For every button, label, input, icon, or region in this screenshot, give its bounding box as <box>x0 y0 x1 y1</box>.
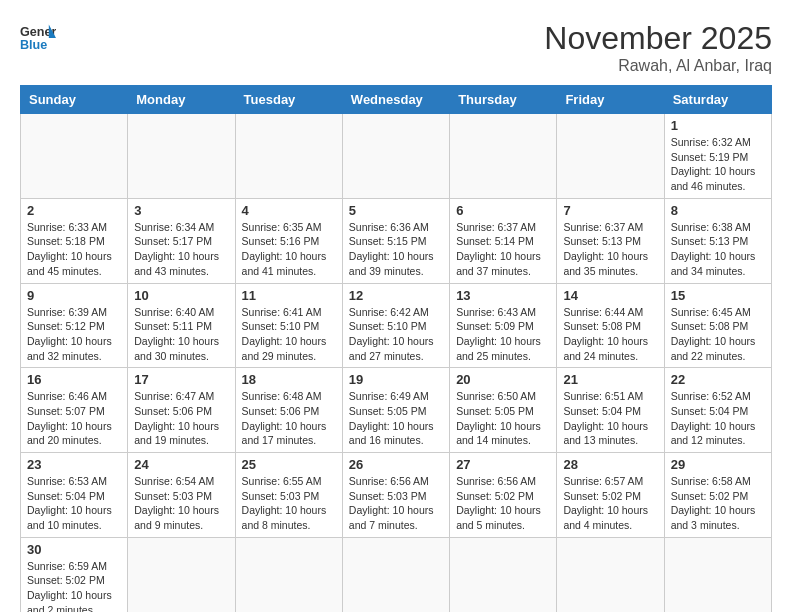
calendar-cell-5-5 <box>557 537 664 612</box>
calendar-cell-2-1: 10Sunrise: 6:40 AM Sunset: 5:11 PM Dayli… <box>128 283 235 368</box>
day-number: 26 <box>349 457 443 472</box>
day-info: Sunrise: 6:49 AM Sunset: 5:05 PM Dayligh… <box>349 389 443 448</box>
svg-text:Blue: Blue <box>20 38 47 52</box>
day-info: Sunrise: 6:53 AM Sunset: 5:04 PM Dayligh… <box>27 474 121 533</box>
calendar-cell-0-0 <box>21 114 128 199</box>
day-info: Sunrise: 6:34 AM Sunset: 5:17 PM Dayligh… <box>134 220 228 279</box>
weekday-header-friday: Friday <box>557 86 664 114</box>
day-number: 6 <box>456 203 550 218</box>
weekday-header-sunday: Sunday <box>21 86 128 114</box>
day-info: Sunrise: 6:41 AM Sunset: 5:10 PM Dayligh… <box>242 305 336 364</box>
weekday-header-wednesday: Wednesday <box>342 86 449 114</box>
calendar-cell-0-1 <box>128 114 235 199</box>
location-title: Rawah, Al Anbar, Iraq <box>544 57 772 75</box>
day-number: 9 <box>27 288 121 303</box>
calendar-cell-2-5: 14Sunrise: 6:44 AM Sunset: 5:08 PM Dayli… <box>557 283 664 368</box>
calendar-cell-2-6: 15Sunrise: 6:45 AM Sunset: 5:08 PM Dayli… <box>664 283 771 368</box>
calendar-cell-0-6: 1Sunrise: 6:32 AM Sunset: 5:19 PM Daylig… <box>664 114 771 199</box>
calendar-cell-5-4 <box>450 537 557 612</box>
day-info: Sunrise: 6:47 AM Sunset: 5:06 PM Dayligh… <box>134 389 228 448</box>
calendar-cell-0-5 <box>557 114 664 199</box>
day-info: Sunrise: 6:43 AM Sunset: 5:09 PM Dayligh… <box>456 305 550 364</box>
day-info: Sunrise: 6:48 AM Sunset: 5:06 PM Dayligh… <box>242 389 336 448</box>
calendar-cell-4-5: 28Sunrise: 6:57 AM Sunset: 5:02 PM Dayli… <box>557 453 664 538</box>
calendar-cell-0-2 <box>235 114 342 199</box>
calendar-cell-4-2: 25Sunrise: 6:55 AM Sunset: 5:03 PM Dayli… <box>235 453 342 538</box>
day-info: Sunrise: 6:59 AM Sunset: 5:02 PM Dayligh… <box>27 559 121 612</box>
day-number: 27 <box>456 457 550 472</box>
calendar-cell-1-3: 5Sunrise: 6:36 AM Sunset: 5:15 PM Daylig… <box>342 198 449 283</box>
week-row-3: 16Sunrise: 6:46 AM Sunset: 5:07 PM Dayli… <box>21 368 772 453</box>
weekday-header-tuesday: Tuesday <box>235 86 342 114</box>
day-number: 18 <box>242 372 336 387</box>
day-info: Sunrise: 6:51 AM Sunset: 5:04 PM Dayligh… <box>563 389 657 448</box>
calendar-cell-1-1: 3Sunrise: 6:34 AM Sunset: 5:17 PM Daylig… <box>128 198 235 283</box>
day-info: Sunrise: 6:55 AM Sunset: 5:03 PM Dayligh… <box>242 474 336 533</box>
day-number: 17 <box>134 372 228 387</box>
day-info: Sunrise: 6:32 AM Sunset: 5:19 PM Dayligh… <box>671 135 765 194</box>
day-info: Sunrise: 6:40 AM Sunset: 5:11 PM Dayligh… <box>134 305 228 364</box>
calendar-cell-4-3: 26Sunrise: 6:56 AM Sunset: 5:03 PM Dayli… <box>342 453 449 538</box>
day-number: 22 <box>671 372 765 387</box>
calendar-cell-2-0: 9Sunrise: 6:39 AM Sunset: 5:12 PM Daylig… <box>21 283 128 368</box>
calendar-cell-3-5: 21Sunrise: 6:51 AM Sunset: 5:04 PM Dayli… <box>557 368 664 453</box>
title-block: November 2025 Rawah, Al Anbar, Iraq <box>544 20 772 75</box>
calendar-cell-1-4: 6Sunrise: 6:37 AM Sunset: 5:14 PM Daylig… <box>450 198 557 283</box>
calendar-cell-5-0: 30Sunrise: 6:59 AM Sunset: 5:02 PM Dayli… <box>21 537 128 612</box>
day-number: 19 <box>349 372 443 387</box>
day-number: 10 <box>134 288 228 303</box>
day-number: 12 <box>349 288 443 303</box>
calendar-cell-1-6: 8Sunrise: 6:38 AM Sunset: 5:13 PM Daylig… <box>664 198 771 283</box>
day-info: Sunrise: 6:50 AM Sunset: 5:05 PM Dayligh… <box>456 389 550 448</box>
day-number: 11 <box>242 288 336 303</box>
day-number: 3 <box>134 203 228 218</box>
day-info: Sunrise: 6:46 AM Sunset: 5:07 PM Dayligh… <box>27 389 121 448</box>
day-info: Sunrise: 6:54 AM Sunset: 5:03 PM Dayligh… <box>134 474 228 533</box>
day-number: 25 <box>242 457 336 472</box>
day-number: 21 <box>563 372 657 387</box>
day-info: Sunrise: 6:37 AM Sunset: 5:14 PM Dayligh… <box>456 220 550 279</box>
day-number: 23 <box>27 457 121 472</box>
calendar-cell-1-2: 4Sunrise: 6:35 AM Sunset: 5:16 PM Daylig… <box>235 198 342 283</box>
day-number: 7 <box>563 203 657 218</box>
weekday-header-thursday: Thursday <box>450 86 557 114</box>
calendar-cell-5-6 <box>664 537 771 612</box>
logo-icon: General Blue <box>20 20 56 56</box>
page-header: General Blue November 2025 Rawah, Al Anb… <box>20 20 772 75</box>
day-info: Sunrise: 6:58 AM Sunset: 5:02 PM Dayligh… <box>671 474 765 533</box>
day-number: 16 <box>27 372 121 387</box>
day-number: 24 <box>134 457 228 472</box>
calendar-cell-1-0: 2Sunrise: 6:33 AM Sunset: 5:18 PM Daylig… <box>21 198 128 283</box>
day-info: Sunrise: 6:38 AM Sunset: 5:13 PM Dayligh… <box>671 220 765 279</box>
calendar-cell-0-3 <box>342 114 449 199</box>
day-info: Sunrise: 6:42 AM Sunset: 5:10 PM Dayligh… <box>349 305 443 364</box>
calendar-cell-3-6: 22Sunrise: 6:52 AM Sunset: 5:04 PM Dayli… <box>664 368 771 453</box>
day-number: 5 <box>349 203 443 218</box>
day-number: 28 <box>563 457 657 472</box>
day-info: Sunrise: 6:56 AM Sunset: 5:03 PM Dayligh… <box>349 474 443 533</box>
calendar-cell-3-1: 17Sunrise: 6:47 AM Sunset: 5:06 PM Dayli… <box>128 368 235 453</box>
day-number: 2 <box>27 203 121 218</box>
week-row-2: 9Sunrise: 6:39 AM Sunset: 5:12 PM Daylig… <box>21 283 772 368</box>
calendar-cell-5-1 <box>128 537 235 612</box>
logo: General Blue <box>20 20 56 56</box>
calendar-cell-1-5: 7Sunrise: 6:37 AM Sunset: 5:13 PM Daylig… <box>557 198 664 283</box>
day-info: Sunrise: 6:44 AM Sunset: 5:08 PM Dayligh… <box>563 305 657 364</box>
day-info: Sunrise: 6:45 AM Sunset: 5:08 PM Dayligh… <box>671 305 765 364</box>
calendar-cell-4-6: 29Sunrise: 6:58 AM Sunset: 5:02 PM Dayli… <box>664 453 771 538</box>
day-number: 29 <box>671 457 765 472</box>
day-number: 8 <box>671 203 765 218</box>
weekday-header-row: SundayMondayTuesdayWednesdayThursdayFrid… <box>21 86 772 114</box>
month-title: November 2025 <box>544 20 772 57</box>
day-info: Sunrise: 6:33 AM Sunset: 5:18 PM Dayligh… <box>27 220 121 279</box>
weekday-header-monday: Monday <box>128 86 235 114</box>
weekday-header-saturday: Saturday <box>664 86 771 114</box>
calendar-cell-5-3 <box>342 537 449 612</box>
calendar-cell-3-4: 20Sunrise: 6:50 AM Sunset: 5:05 PM Dayli… <box>450 368 557 453</box>
day-number: 30 <box>27 542 121 557</box>
day-info: Sunrise: 6:36 AM Sunset: 5:15 PM Dayligh… <box>349 220 443 279</box>
day-number: 13 <box>456 288 550 303</box>
day-number: 15 <box>671 288 765 303</box>
calendar-cell-5-2 <box>235 537 342 612</box>
calendar-cell-4-0: 23Sunrise: 6:53 AM Sunset: 5:04 PM Dayli… <box>21 453 128 538</box>
